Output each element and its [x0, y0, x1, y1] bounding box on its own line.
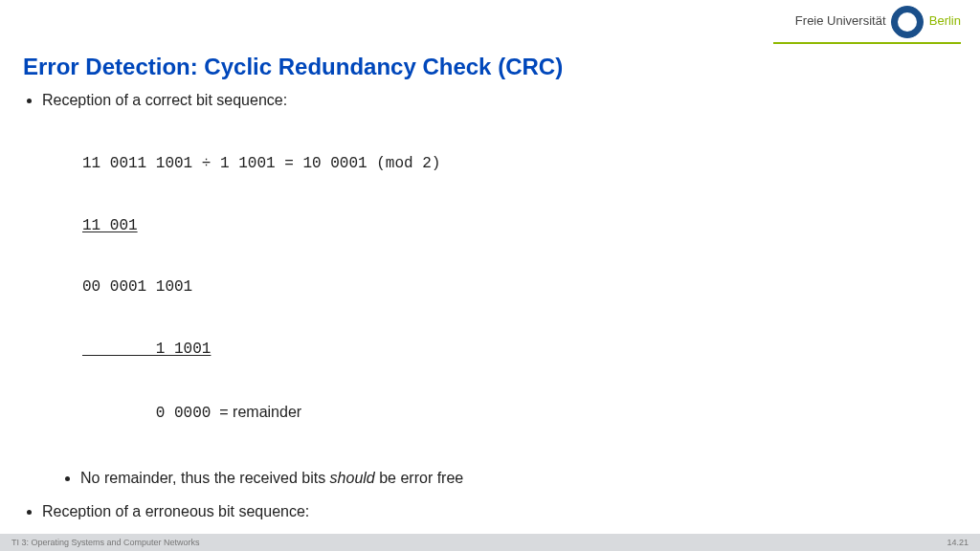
- footer: TI 3: Operating Systems and Computer Net…: [0, 534, 980, 551]
- footer-right: 14.21: [947, 538, 969, 547]
- logo-text-pre: Freie Universität: [795, 13, 886, 28]
- calc1-sub2: 1 1001: [82, 340, 957, 361]
- spacer: [23, 488, 957, 501]
- seal-icon: [891, 6, 924, 38]
- calc1-division: 11 0011 1001 ÷ 1 1001 = 10 0001 (mod 2): [82, 154, 957, 175]
- bullet-list: Reception of a correct bit sequence: 11 …: [23, 90, 957, 488]
- calc1-sub1: 11 001: [82, 216, 957, 237]
- section-2-heading: Reception of a erroneous bit sequence:: [42, 503, 309, 519]
- section-1-conclusion: No remainder, thus the received bits sho…: [80, 468, 957, 489]
- calc1-res2: 0 0000 = remainder: [82, 402, 957, 425]
- calc1-res1: 00 0001 1001: [82, 277, 957, 298]
- logo-text-post: Berlin: [929, 13, 961, 28]
- header-rule: [773, 42, 961, 44]
- section-1-heading: Reception of a correct bit sequence:: [42, 92, 287, 108]
- calc-block-1: 11 0011 1001 ÷ 1 1001 = 10 0001 (mod 2) …: [82, 113, 957, 466]
- slide-content: Reception of a correct bit sequence: 11 …: [23, 90, 957, 551]
- university-logo: Freie Universität Berlin: [795, 6, 961, 38]
- logo-text: Freie Universität Berlin: [795, 6, 961, 38]
- slide-title: Error Detection: Cyclic Redundancy Check…: [23, 54, 563, 80]
- footer-left: TI 3: Operating Systems and Computer Net…: [11, 538, 200, 547]
- slide: Freie Universität Berlin Error Detection…: [0, 0, 980, 551]
- section-1-sub: No remainder, thus the received bits sho…: [42, 468, 957, 489]
- section-1: Reception of a correct bit sequence: 11 …: [42, 90, 957, 488]
